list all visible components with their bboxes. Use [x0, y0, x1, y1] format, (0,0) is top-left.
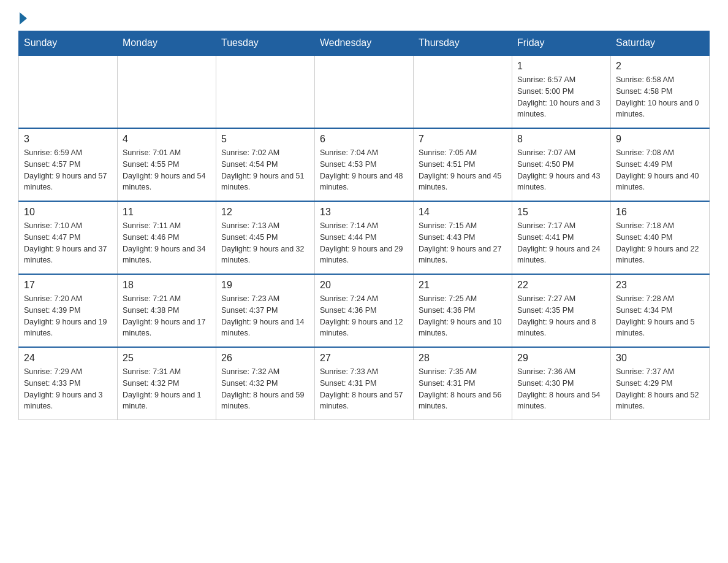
day-info: Sunrise: 7:15 AM Sunset: 4:43 PM Dayligh… [419, 220, 507, 266]
day-info: Sunrise: 7:02 AM Sunset: 4:54 PM Dayligh… [221, 147, 309, 193]
column-header-sunday: Sunday [19, 31, 118, 56]
calendar-cell: 7Sunrise: 7:05 AM Sunset: 4:51 PM Daylig… [414, 128, 512, 201]
day-number: 13 [320, 207, 408, 218]
day-info: Sunrise: 7:18 AM Sunset: 4:40 PM Dayligh… [616, 220, 704, 266]
day-info: Sunrise: 7:35 AM Sunset: 4:31 PM Dayligh… [419, 366, 507, 412]
day-number: 23 [616, 280, 704, 291]
calendar-cell: 18Sunrise: 7:21 AM Sunset: 4:38 PM Dayli… [118, 274, 216, 347]
day-number: 25 [123, 353, 211, 364]
page-header [18, 12, 710, 25]
day-number: 12 [221, 207, 309, 218]
day-info: Sunrise: 7:13 AM Sunset: 4:45 PM Dayligh… [221, 220, 309, 266]
day-info: Sunrise: 7:05 AM Sunset: 4:51 PM Dayligh… [419, 147, 507, 193]
day-info: Sunrise: 7:28 AM Sunset: 4:34 PM Dayligh… [616, 293, 704, 339]
logo-area [18, 12, 28, 25]
day-number: 27 [320, 353, 408, 364]
day-number: 6 [320, 134, 408, 145]
day-info: Sunrise: 7:32 AM Sunset: 4:32 PM Dayligh… [221, 366, 309, 412]
day-info: Sunrise: 7:31 AM Sunset: 4:32 PM Dayligh… [123, 366, 211, 412]
calendar-cell: 6Sunrise: 7:04 AM Sunset: 4:53 PM Daylig… [315, 128, 414, 201]
calendar-cell [216, 55, 315, 128]
day-number: 17 [24, 280, 112, 291]
calendar-cell: 26Sunrise: 7:32 AM Sunset: 4:32 PM Dayli… [216, 347, 315, 420]
calendar-cell [118, 55, 216, 128]
calendar-cell: 21Sunrise: 7:25 AM Sunset: 4:36 PM Dayli… [414, 274, 512, 347]
day-info: Sunrise: 7:37 AM Sunset: 4:29 PM Dayligh… [616, 366, 704, 412]
column-header-monday: Monday [118, 31, 216, 56]
day-info: Sunrise: 7:01 AM Sunset: 4:55 PM Dayligh… [123, 147, 211, 193]
column-header-thursday: Thursday [414, 31, 512, 56]
day-number: 5 [221, 134, 309, 145]
calendar-cell: 1Sunrise: 6:57 AM Sunset: 5:00 PM Daylig… [512, 55, 611, 128]
day-number: 30 [616, 353, 704, 364]
day-number: 18 [123, 280, 211, 291]
calendar-cell: 11Sunrise: 7:11 AM Sunset: 4:46 PM Dayli… [118, 201, 216, 274]
calendar-cell: 22Sunrise: 7:27 AM Sunset: 4:35 PM Dayli… [512, 274, 611, 347]
day-number: 29 [517, 353, 605, 364]
calendar-table: SundayMondayTuesdayWednesdayThursdayFrid… [18, 31, 710, 420]
calendar-cell [414, 55, 512, 128]
day-info: Sunrise: 7:17 AM Sunset: 4:41 PM Dayligh… [517, 220, 605, 266]
day-number: 9 [616, 134, 704, 145]
day-number: 16 [616, 207, 704, 218]
calendar-cell: 16Sunrise: 7:18 AM Sunset: 4:40 PM Dayli… [611, 201, 710, 274]
day-number: 24 [24, 353, 112, 364]
day-number: 28 [419, 353, 507, 364]
calendar-cell: 10Sunrise: 7:10 AM Sunset: 4:47 PM Dayli… [19, 201, 118, 274]
day-info: Sunrise: 7:21 AM Sunset: 4:38 PM Dayligh… [123, 293, 211, 339]
calendar-cell: 20Sunrise: 7:24 AM Sunset: 4:36 PM Dayli… [315, 274, 414, 347]
calendar-week-row: 17Sunrise: 7:20 AM Sunset: 4:39 PM Dayli… [19, 274, 710, 347]
calendar-cell: 4Sunrise: 7:01 AM Sunset: 4:55 PM Daylig… [118, 128, 216, 201]
calendar-cell: 28Sunrise: 7:35 AM Sunset: 4:31 PM Dayli… [414, 347, 512, 420]
day-number: 2 [616, 61, 704, 72]
day-number: 3 [24, 134, 112, 145]
calendar-week-row: 3Sunrise: 6:59 AM Sunset: 4:57 PM Daylig… [19, 128, 710, 201]
calendar-cell: 24Sunrise: 7:29 AM Sunset: 4:33 PM Dayli… [19, 347, 118, 420]
calendar-cell: 17Sunrise: 7:20 AM Sunset: 4:39 PM Dayli… [19, 274, 118, 347]
day-info: Sunrise: 7:25 AM Sunset: 4:36 PM Dayligh… [419, 293, 507, 339]
day-number: 7 [419, 134, 507, 145]
day-info: Sunrise: 7:36 AM Sunset: 4:30 PM Dayligh… [517, 366, 605, 412]
logo-arrow-icon [20, 12, 27, 25]
day-number: 26 [221, 353, 309, 364]
calendar-header-row: SundayMondayTuesdayWednesdayThursdayFrid… [19, 31, 710, 56]
calendar-cell: 25Sunrise: 7:31 AM Sunset: 4:32 PM Dayli… [118, 347, 216, 420]
day-info: Sunrise: 7:10 AM Sunset: 4:47 PM Dayligh… [24, 220, 112, 266]
calendar-week-row: 24Sunrise: 7:29 AM Sunset: 4:33 PM Dayli… [19, 347, 710, 420]
day-number: 8 [517, 134, 605, 145]
day-info: Sunrise: 7:20 AM Sunset: 4:39 PM Dayligh… [24, 293, 112, 339]
day-info: Sunrise: 6:58 AM Sunset: 4:58 PM Dayligh… [616, 74, 704, 120]
calendar-cell: 2Sunrise: 6:58 AM Sunset: 4:58 PM Daylig… [611, 55, 710, 128]
day-info: Sunrise: 7:04 AM Sunset: 4:53 PM Dayligh… [320, 147, 408, 193]
calendar-cell [19, 55, 118, 128]
calendar-cell: 3Sunrise: 6:59 AM Sunset: 4:57 PM Daylig… [19, 128, 118, 201]
calendar-cell: 14Sunrise: 7:15 AM Sunset: 4:43 PM Dayli… [414, 201, 512, 274]
column-header-tuesday: Tuesday [216, 31, 315, 56]
day-number: 1 [517, 61, 605, 72]
calendar-cell: 27Sunrise: 7:33 AM Sunset: 4:31 PM Dayli… [315, 347, 414, 420]
column-header-wednesday: Wednesday [315, 31, 414, 56]
day-info: Sunrise: 7:29 AM Sunset: 4:33 PM Dayligh… [24, 366, 112, 412]
calendar-cell: 8Sunrise: 7:07 AM Sunset: 4:50 PM Daylig… [512, 128, 611, 201]
day-info: Sunrise: 6:59 AM Sunset: 4:57 PM Dayligh… [24, 147, 112, 193]
day-number: 11 [123, 207, 211, 218]
calendar-week-row: 10Sunrise: 7:10 AM Sunset: 4:47 PM Dayli… [19, 201, 710, 274]
day-number: 14 [419, 207, 507, 218]
column-header-saturday: Saturday [611, 31, 710, 56]
logo [18, 12, 28, 25]
day-info: Sunrise: 7:14 AM Sunset: 4:44 PM Dayligh… [320, 220, 408, 266]
day-info: Sunrise: 7:33 AM Sunset: 4:31 PM Dayligh… [320, 366, 408, 412]
calendar-cell: 13Sunrise: 7:14 AM Sunset: 4:44 PM Dayli… [315, 201, 414, 274]
calendar-cell: 15Sunrise: 7:17 AM Sunset: 4:41 PM Dayli… [512, 201, 611, 274]
day-info: Sunrise: 7:11 AM Sunset: 4:46 PM Dayligh… [123, 220, 211, 266]
day-number: 22 [517, 280, 605, 291]
calendar-cell: 19Sunrise: 7:23 AM Sunset: 4:37 PM Dayli… [216, 274, 315, 347]
day-number: 20 [320, 280, 408, 291]
calendar-cell: 5Sunrise: 7:02 AM Sunset: 4:54 PM Daylig… [216, 128, 315, 201]
day-number: 10 [24, 207, 112, 218]
day-info: Sunrise: 7:07 AM Sunset: 4:50 PM Dayligh… [517, 147, 605, 193]
day-info: Sunrise: 6:57 AM Sunset: 5:00 PM Dayligh… [517, 74, 605, 120]
day-number: 19 [221, 280, 309, 291]
calendar-cell: 12Sunrise: 7:13 AM Sunset: 4:45 PM Dayli… [216, 201, 315, 274]
calendar-cell: 30Sunrise: 7:37 AM Sunset: 4:29 PM Dayli… [611, 347, 710, 420]
